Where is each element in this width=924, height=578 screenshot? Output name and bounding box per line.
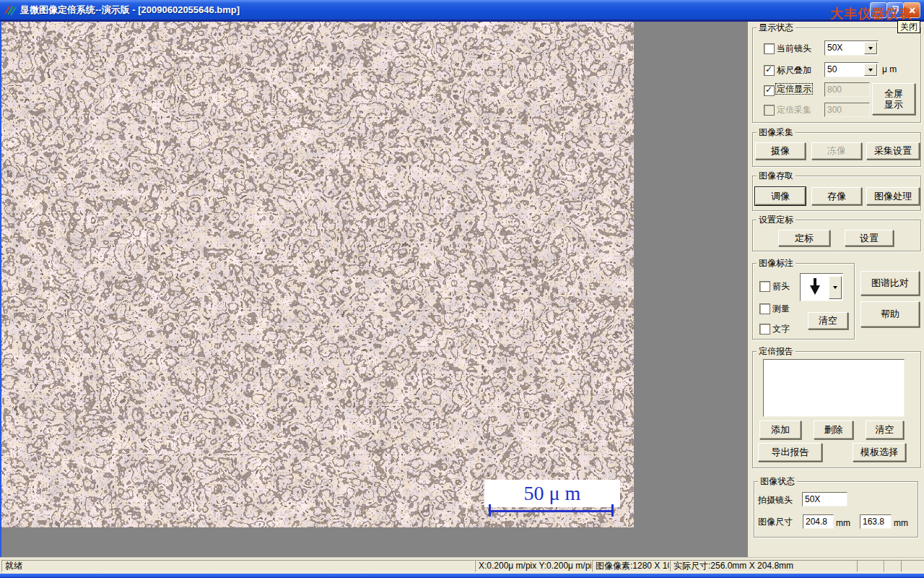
current-lens-checkbox[interactable] — [764, 43, 775, 54]
fullscreen-button[interactable]: 全屏 显示 — [872, 83, 915, 115]
scale-bar-label: 50 μ m — [524, 482, 581, 505]
help-button[interactable]: 帮助 — [860, 301, 920, 327]
scale-bar-tick-right — [611, 504, 614, 517]
fullscreen-button-line2: 显示 — [884, 99, 903, 110]
measure-checkbox[interactable] — [759, 303, 770, 314]
app-icon — [4, 4, 17, 17]
report-clear-button[interactable]: 清空 — [866, 420, 904, 439]
window-title: 显微图像定倍系统--演示版 - [20090602055646.bmp] — [20, 4, 240, 17]
window-bottom-border — [0, 574, 924, 578]
report-add-button[interactable]: 添加 — [759, 420, 801, 439]
fixed-display-input: 800 — [824, 82, 870, 97]
text-label: 文字 — [772, 324, 790, 334]
image-height-unit: mm — [894, 518, 908, 528]
group-display-status-title: 显示状态 — [757, 22, 796, 33]
status-bar: 就绪 X:0.200μ m/pix Y:0.200μ m/pix 图像像素:12… — [0, 557, 924, 574]
fixed-display-label: 定倍显示 — [775, 83, 813, 95]
down-arrow-marker-icon — [807, 277, 823, 297]
freeze-button: 冻像 — [811, 142, 862, 160]
marker-dropdown-button[interactable] — [829, 276, 842, 299]
load-image-button[interactable]: 调像 — [755, 187, 806, 205]
shoot-button[interactable]: 摄像 — [755, 142, 806, 160]
fullscreen-button-line1: 全屏 — [884, 88, 903, 99]
fixed-capture-checkbox — [764, 105, 775, 116]
application-window: 显微图像定倍系统--演示版 - [20090602055646.bmp] 大丰仪… — [0, 0, 924, 578]
fixed-display-checkbox[interactable] — [764, 85, 775, 96]
close-tooltip: 关闭 — [897, 20, 920, 33]
scale-bar-label-box: 50 μ m — [484, 480, 620, 507]
title-bar: 显微图像定倍系统--演示版 - [20090602055646.bmp] 大丰仪… — [0, 0, 924, 20]
current-lens-select[interactable]: 50X — [824, 40, 879, 56]
atlas-compare-button[interactable]: 图谱比对 — [860, 271, 920, 296]
status-pane-empty-2 — [884, 560, 902, 572]
marker-style-select[interactable] — [800, 273, 843, 301]
scale-bar-tick-left — [489, 504, 491, 517]
shoot-lens-label: 拍摄镜头 — [758, 495, 793, 505]
chevron-down-icon — [868, 69, 873, 72]
calibration-settings-button[interactable]: 设置 — [845, 230, 894, 246]
ruler-overlay-label: 标尺叠加 — [777, 65, 811, 75]
micrograph-image[interactable]: 50 μ m — [1, 22, 634, 527]
ruler-overlay-checkbox[interactable] — [764, 65, 775, 76]
status-image-pixels: 图像像素:1280 X 1024 — [592, 560, 670, 572]
capture-settings-button[interactable]: 采集设置 — [866, 142, 920, 160]
save-image-button[interactable]: 存像 — [811, 187, 862, 205]
status-pixel-scale: X:0.200μ m/pix Y:0.200μ m/pix — [475, 560, 592, 572]
status-actual-size: 实际尺寸:256.0mm X 204.8mm — [670, 560, 858, 572]
annotation-clear-button[interactable]: 清空 — [808, 312, 848, 329]
current-lens-label: 当前镜头 — [777, 43, 811, 53]
status-ready: 就绪 — [1, 560, 475, 572]
arrow-checkbox[interactable] — [759, 281, 770, 292]
measure-label: 测量 — [772, 303, 790, 314]
group-capture-title: 图像采集 — [757, 127, 796, 137]
chevron-down-icon — [833, 286, 837, 289]
ruler-unit-label: μ m — [882, 64, 897, 74]
group-image-status-title: 图像状态 — [758, 476, 797, 486]
ruler-value: 50 — [827, 64, 837, 74]
group-storage-title: 图像存取 — [757, 171, 796, 181]
image-width-value: 204.8 — [803, 514, 834, 529]
ruler-dropdown-button[interactable] — [864, 64, 877, 76]
report-template-button[interactable]: 模板选择 — [853, 443, 906, 462]
shoot-lens-value: 50X — [802, 492, 847, 506]
status-pane-empty-3 — [901, 560, 924, 572]
fixed-capture-label: 定倍采集 — [777, 105, 811, 115]
image-height-value: 163.8 — [860, 514, 892, 529]
chevron-down-icon — [868, 47, 873, 50]
current-lens-value: 50X — [827, 43, 842, 53]
status-pane-empty-1 — [857, 560, 885, 572]
report-export-button[interactable]: 导出报告 — [758, 443, 822, 462]
calibrate-button[interactable]: 定标 — [778, 230, 830, 246]
current-lens-dropdown-button[interactable] — [864, 42, 877, 54]
image-width-unit: mm — [836, 518, 850, 528]
image-size-label: 图像尺寸 — [758, 517, 793, 527]
report-listbox[interactable] — [763, 359, 905, 417]
group-report-title: 定倍报告 — [757, 346, 796, 356]
group-calibration-title: 设置定标 — [757, 215, 796, 225]
group-annotation-title: 图像标注 — [757, 258, 796, 268]
fixed-capture-input: 300 — [824, 103, 870, 117]
text-checkbox[interactable] — [759, 324, 770, 335]
group-image-status: 图像状态 — [754, 481, 918, 538]
micrograph-texture — [1, 22, 634, 527]
arrow-label: 箭头 — [772, 281, 790, 291]
ruler-value-select[interactable]: 50 — [824, 62, 879, 77]
report-delete-button[interactable]: 删除 — [814, 420, 853, 439]
image-process-button[interactable]: 图像处理 — [866, 187, 920, 205]
scale-bar-line — [489, 510, 614, 512]
